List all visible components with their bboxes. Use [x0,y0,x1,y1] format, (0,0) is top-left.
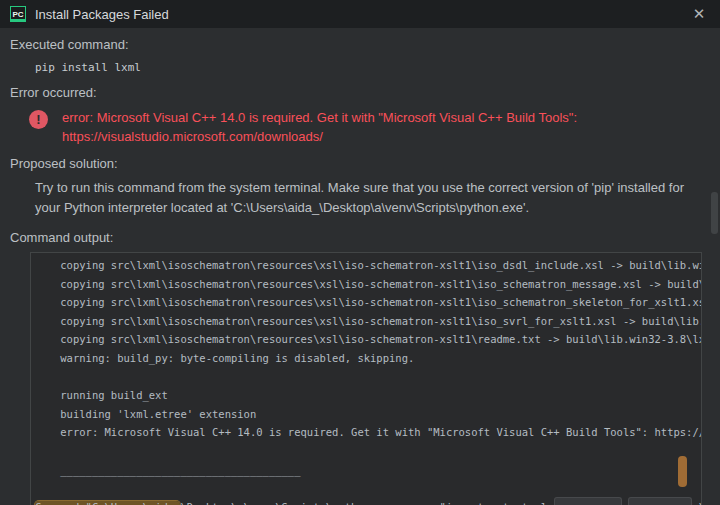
command-output-label: Command output: [10,230,710,245]
search-match-highlight: Command "C:\Users\aida_ [35,501,180,505]
proposed-solution-label: Proposed solution: [10,156,710,171]
ok-button-partial[interactable] [554,497,622,505]
dialog-scrollbar-thumb[interactable] [711,192,718,234]
console-line: running build_ext [35,386,701,405]
console-line [35,479,701,498]
console-line: building 'lxml.etree' extension [35,405,701,424]
pycharm-logo-icon: PC [10,6,26,22]
console-line [35,368,701,387]
console-line: copying src\lxml\isoschematron\resources… [35,330,701,349]
command-output-console[interactable]: copying src\lxml\isoschematron\resources… [30,252,702,505]
error-link[interactable]: https://visualstudio.microsoft.com/downl… [62,129,323,144]
error-icon: ! [29,110,48,129]
console-separator-line: ______________________________________ [35,461,701,480]
console-line: warning: build_py: byte-compiling is dis… [35,349,701,368]
console-line [35,442,701,461]
console-line: copying src\lxml\isoschematron\resources… [35,256,701,275]
close-icon[interactable]: ✕ [688,5,710,23]
dialog-content: Executed command: pip install lxml Error… [0,28,720,505]
executed-command-label: Executed command: [10,37,710,52]
console-command-rest: \Desktop\a\venv\Scripts\python.exe -u -c… [180,501,702,505]
error-occurred-label: Error occurred: [10,85,710,100]
console-line: copying src\lxml\isoschematron\resources… [35,275,701,294]
executed-command-value: pip install lxml [35,61,710,74]
error-row: ! error: Microsoft Visual C++ 14.0 is re… [29,108,710,146]
solution-text: Try to run this command from the system … [35,178,697,217]
install-packages-failed-dialog: PC Install Packages Failed ✕ Executed co… [0,0,720,505]
window-title: Install Packages Failed [35,7,169,22]
console-line: error: Microsoft Visual C++ 14.0 is requ… [35,423,701,442]
console-scrollbar-thumb[interactable] [678,456,687,487]
title-bar[interactable]: PC Install Packages Failed ✕ [0,0,720,28]
error-message: error: Microsoft Visual C++ 14.0 is requ… [62,108,577,127]
console-line: copying src\lxml\isoschematron\resources… [35,293,701,312]
cancel-button-partial[interactable] [628,497,692,505]
console-line: copying src\lxml\isoschematron\resources… [35,312,701,331]
